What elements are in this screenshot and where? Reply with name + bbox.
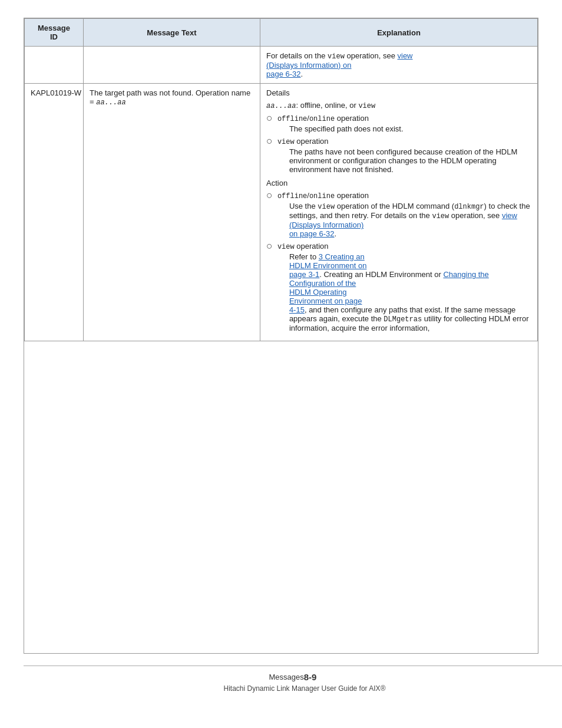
cell-msg-text-kapl01019: The target path was not found. Operation… — [84, 84, 260, 341]
footer-section: Messages — [269, 673, 304, 681]
action-bullet-dot-1: ○ — [266, 190, 273, 200]
action-desc-1: Use the view operation of the HDLM comma… — [277, 202, 531, 238]
action-view-code: view — [318, 203, 335, 211]
main-table-container: Message ID Message Text Explanation — [24, 18, 538, 654]
action-link-changing[interactable]: Changing theConfiguration of theHDLM Ope… — [289, 270, 489, 314]
detail-code-view: view — [277, 138, 295, 146]
action-code-view: view — [277, 243, 295, 251]
action-bullet-1: ○ offline/online operation Use the view … — [266, 191, 531, 238]
action-code-online: online — [309, 192, 335, 200]
explanation-code-view: view — [328, 52, 345, 61]
action-dlnkmgr-code: dlnkmgr — [454, 203, 484, 211]
detail-operation-2: operation — [295, 137, 329, 146]
details-aa-line: aa...aa: offline, online, or view — [266, 101, 531, 110]
cell-explanation-kapl01019: Details aa...aa: offline, online, or vie… — [260, 84, 538, 341]
table-header-row: Message ID Message Text Explanation — [25, 19, 538, 47]
cell-id-empty — [25, 47, 84, 84]
cell-explanation-view: For details on the view operation, see v… — [260, 47, 538, 84]
action-label: Action — [266, 179, 531, 187]
action-operation-2: operation — [295, 242, 329, 251]
detail-bullet-2: ○ view operation The paths have not been… — [266, 137, 531, 174]
action-content-1: offline/online operation Use the view op… — [277, 191, 531, 238]
msg-text-code: aa...aa — [96, 98, 125, 107]
action-dlmgetras-code: DLMgetras — [384, 315, 422, 324]
action-view-code-2: view — [432, 212, 449, 220]
action-content-2: view operation Refer to 3 Creating anHDL… — [277, 242, 531, 332]
explanation-text-intro: For details on the — [266, 51, 328, 60]
bullet-content-2: view operation The paths have not been c… — [277, 137, 531, 174]
action-operation-1: operation — [335, 191, 369, 200]
detail-desc-1: The specified path does not exist. — [277, 124, 531, 133]
footer-page-number: 8-9 — [304, 672, 317, 682]
bullet-dot-2: ○ — [266, 136, 273, 146]
page-footer: Messages 8-9 Hitachi Dynamic Link Manage… — [24, 666, 562, 693]
footer-subtitle: Hitachi Dynamic Link Manager User Guide … — [24, 684, 562, 693]
detail-code-online: online — [309, 115, 335, 123]
detail-code-offline: offline — [277, 115, 307, 123]
action-bullet-dot-2: ○ — [266, 241, 273, 251]
details-aa-suffix: : offline, online, or view — [296, 101, 375, 110]
action-code-offline: offline — [277, 192, 307, 200]
detail-bullet-1: ○ offline/online operation The specified… — [266, 114, 531, 133]
table-row-kapl01019: KAPL01019-W The target path was not foun… — [25, 84, 538, 341]
explanation-text-see: operation, see — [345, 51, 398, 60]
bullet-content-1: offline/online operation The specified p… — [277, 114, 531, 133]
bullet-dot-1: ○ — [266, 113, 273, 123]
table-row: For details on the view operation, see v… — [25, 47, 538, 84]
detail-operation-1: operation — [335, 114, 369, 123]
details-label: Details — [266, 88, 531, 97]
cell-msg-text-empty — [84, 47, 260, 84]
action-desc-2: Refer to 3 Creating anHDLM Environment o… — [277, 252, 531, 332]
action-link-view-displays[interactable]: view(Displays Information)on page 6-32 — [289, 211, 517, 238]
page-wrapper: Message ID Message Text Explanation — [0, 0, 562, 728]
footer-row: Messages 8-9 — [24, 672, 562, 682]
col-header-explanation: Explanation — [260, 19, 538, 47]
col-header-message-text: Message Text — [84, 19, 260, 47]
messages-table: Message ID Message Text Explanation — [24, 18, 538, 341]
action-link-creating[interactable]: 3 Creating anHDLM Environment onpage 3-1 — [289, 252, 367, 279]
cell-id-kapl01019: KAPL01019-W — [25, 84, 84, 341]
action-bullet-2: ○ view operation Refer to 3 Creating anH… — [266, 242, 531, 332]
details-aa-code: aa...aa — [266, 102, 296, 110]
detail-desc-2: The paths have not been configured becau… — [277, 147, 531, 174]
col-header-message-id: Message ID — [25, 19, 84, 47]
